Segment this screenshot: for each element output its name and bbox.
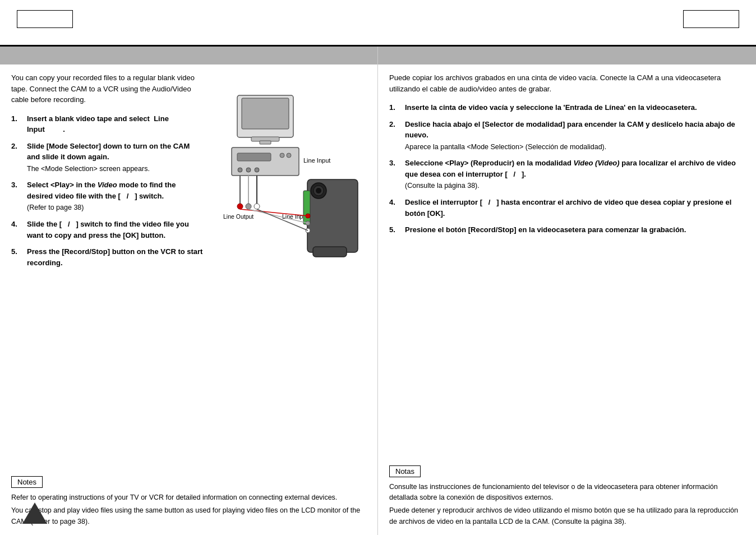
left-notes-text-2: You can stop and play video files using … — [11, 505, 366, 527]
connection-diagram: Line Input — [220, 93, 366, 266]
svg-text:Line Output: Line Output — [223, 213, 253, 220]
svg-point-10 — [255, 168, 259, 172]
right-step-2: 2. Deslice hacia abajo el [Selector de m… — [389, 119, 745, 153]
notas-text-2: Puede detener y reproducir archivos de v… — [389, 505, 745, 527]
svg-text:Line Input: Line Input — [303, 157, 330, 164]
svg-rect-3 — [260, 141, 271, 144]
svg-point-17 — [254, 204, 260, 209]
svg-point-15 — [237, 204, 243, 209]
svg-point-8 — [238, 168, 242, 172]
left-step-1: 1. Insert a blank video tape and select … — [11, 113, 204, 135]
right-page-num-box — [683, 10, 739, 28]
left-notes-text: Refer to operating instructions of your … — [11, 492, 366, 527]
svg-rect-25 — [313, 247, 347, 257]
right-steps-list: 1. Inserte la cinta de video vacía y sel… — [389, 102, 745, 241]
svg-rect-5 — [237, 153, 271, 161]
right-step-3: 3. Seleccione <Play> (Reproducir) en la … — [389, 158, 745, 191]
left-notes-text-1: Refer to operating instructions of your … — [11, 492, 366, 503]
notas-label: Notas — [395, 467, 414, 476]
svg-rect-24 — [303, 191, 310, 224]
svg-point-16 — [246, 204, 251, 209]
notas-text-1: Consulte las instrucciones de funcionami… — [389, 482, 745, 504]
svg-rect-1 — [242, 98, 289, 129]
right-step-5: 5. Presione el botón [Record/Stop] en la… — [389, 224, 745, 236]
left-notes-section: Notes Refer to operating instructions of… — [0, 476, 377, 535]
left-steps-list: 1. Insert a blank video tape and select … — [11, 113, 204, 274]
previous-page-arrow[interactable] — [22, 502, 47, 524]
right-intro-text: Puede copiar los archivos grabados en un… — [389, 72, 745, 94]
notes-box: Notes — [11, 476, 43, 488]
right-notes-section: Notas Consulte las instrucciones de func… — [378, 465, 756, 536]
left-step-4: 4. Slide the [ / ] switch to find the vi… — [11, 219, 204, 241]
right-step-1: 1. Inserte la cinta de video vacía y sel… — [389, 102, 745, 113]
left-step-3: 3. Select <Play> in the Video mode to fi… — [11, 179, 204, 213]
notas-box: Notas — [389, 465, 421, 477]
left-section-header — [0, 47, 377, 64]
right-notes-text: Consulte las instrucciones de funcionami… — [389, 482, 745, 528]
notes-label: Notes — [17, 478, 36, 486]
svg-point-23 — [316, 188, 321, 193]
left-page-num-box — [17, 10, 73, 28]
right-step-4: 4. Deslice el interruptor [ / ] hasta en… — [389, 197, 745, 219]
svg-line-31 — [257, 209, 308, 230]
left-intro-text: You can copy your recorded files to a re… — [11, 72, 204, 105]
left-step-5: 5. Press the [Record/Stop] button on the… — [11, 246, 204, 268]
svg-point-6 — [280, 153, 284, 158]
svg-point-9 — [246, 168, 251, 172]
svg-point-7 — [287, 153, 291, 158]
right-section-header — [378, 47, 756, 64]
left-step-2: 2. Slide [Mode Selector] down to turn on… — [11, 141, 204, 174]
triangle-icon — [22, 502, 47, 524]
